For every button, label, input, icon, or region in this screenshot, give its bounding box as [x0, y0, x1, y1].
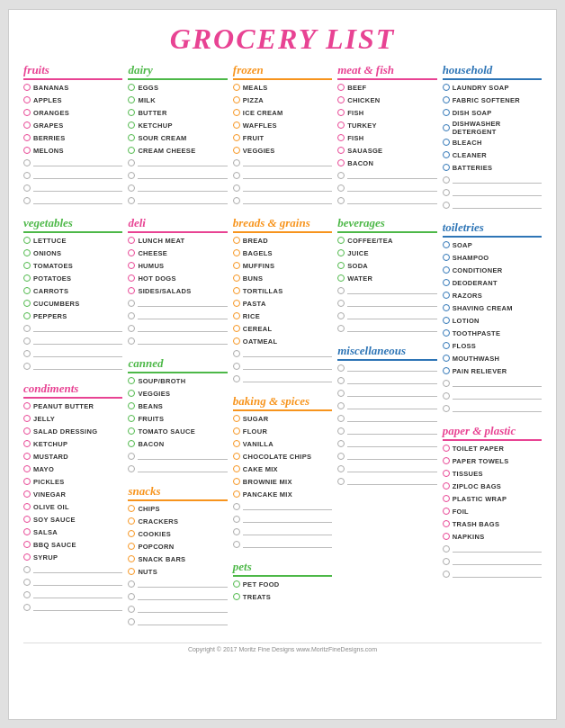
blank-row — [233, 348, 332, 360]
bullet-icon — [128, 377, 135, 384]
col-3: frozen MEALS PIZZA ICE CREAM WAFFLES FRU… — [233, 63, 332, 637]
list-item: SALAD DRESSING — [23, 426, 122, 437]
bullet-icon — [233, 337, 240, 345]
blank-bullet — [443, 380, 450, 387]
section-frozen: frozen MEALS PIZZA ICE CREAM WAFFLES FRU… — [233, 63, 332, 207]
list-item: RICE — [233, 310, 332, 322]
bullet-icon — [23, 312, 31, 319]
blank-bullet — [128, 593, 135, 600]
blank-bullet — [128, 606, 135, 613]
list-item: BAGELS — [233, 247, 332, 259]
blank-row — [443, 403, 542, 415]
list-item: PET FOOD — [233, 579, 332, 590]
blank-row — [443, 391, 542, 402]
list-item: CHIPS — [128, 503, 227, 515]
bullet-icon — [233, 274, 240, 282]
blank-bullet — [337, 364, 345, 372]
bullet-icon — [128, 530, 135, 537]
section-title-snacks: snacks — [128, 484, 227, 501]
list-item: BUTTER — [128, 107, 227, 119]
bullet-icon — [128, 96, 135, 103]
bullet-icon — [23, 490, 31, 498]
blank-row — [337, 476, 436, 488]
bullet-icon — [337, 147, 345, 154]
bullet-icon — [443, 508, 450, 515]
list-item: ZIPLOC BAGS — [443, 481, 542, 492]
blank-row — [23, 577, 122, 589]
blank-bullet — [443, 558, 450, 565]
blank-bullet — [233, 350, 240, 357]
bullet-icon — [23, 262, 31, 269]
list-item: KETCHUP — [23, 438, 122, 450]
list-item: SODA — [337, 260, 436, 272]
list-item: CAKE MIX — [233, 463, 332, 475]
section-meat: meat & fish BEEF CHICKEN FISH TURKEY FIS… — [337, 63, 436, 207]
list-item: CARROTS — [23, 285, 122, 297]
bullet-icon — [23, 96, 31, 103]
bullet-icon — [23, 553, 31, 561]
bullet-icon — [128, 237, 135, 244]
blank-bullet — [23, 325, 31, 332]
blank-row — [443, 378, 542, 390]
blank-row — [233, 526, 332, 538]
bullet-icon — [128, 440, 135, 447]
bullet-icon — [128, 147, 135, 154]
blank-row — [128, 451, 227, 463]
bullet-icon — [23, 147, 31, 154]
blank-bullet — [443, 571, 450, 578]
blank-row — [128, 604, 227, 616]
bullet-icon — [233, 300, 240, 307]
bullet-icon — [233, 593, 240, 600]
blank-bullet — [337, 402, 345, 409]
list-item: DEODERANT — [443, 277, 542, 289]
blank-row — [337, 285, 436, 297]
bullet-icon — [23, 134, 31, 141]
list-item: FISH — [337, 132, 436, 144]
list-item: ONIONS — [23, 247, 122, 259]
blank-bullet — [337, 172, 345, 179]
blank-bullet — [233, 503, 240, 510]
blank-row — [337, 195, 436, 207]
list-item: BACON — [128, 438, 227, 450]
blank-bullet — [337, 415, 345, 422]
blank-bullet — [23, 184, 31, 192]
bullet-icon — [23, 478, 31, 485]
bullet-icon — [233, 427, 240, 435]
blank-bullet — [233, 375, 240, 382]
list-item: NUTS — [128, 566, 227, 578]
bullet-icon — [233, 478, 240, 485]
list-item: LETTUCE — [23, 235, 122, 247]
bullet-icon — [443, 317, 450, 324]
list-item: SHAVING CREAM — [443, 302, 542, 314]
col-2: dairy EGGS MILK BUTTER KETCHUP SOUR CREA… — [128, 63, 227, 637]
bullet-icon — [443, 241, 450, 248]
blank-row — [128, 157, 227, 169]
blank-row — [128, 195, 227, 207]
blank-bullet — [23, 566, 31, 573]
list-item: CHICKEN — [337, 94, 436, 106]
list-item: BEANS — [128, 400, 227, 412]
blank-bullet — [337, 440, 345, 447]
bullet-icon — [443, 533, 450, 540]
blank-row — [23, 183, 122, 194]
blank-row — [128, 579, 227, 590]
list-item: WATER — [337, 273, 436, 284]
section-deli: deli LUNCH MEAT CHEESE HUMUS HOT DOGS SI… — [128, 216, 227, 347]
list-item: TREATS — [233, 591, 332, 603]
col-1: fruits BANANAS APPLES ORANGES GRAPES BER… — [23, 63, 122, 637]
blank-bullet — [233, 516, 240, 523]
blank-bullet — [128, 300, 135, 307]
list-item: POPCORN — [128, 541, 227, 553]
blank-row — [23, 602, 122, 614]
bullet-icon — [23, 503, 31, 510]
blank-row — [128, 183, 227, 194]
bullet-icon — [233, 440, 240, 447]
list-item: BERRIES — [23, 132, 122, 144]
bullet-icon — [23, 516, 31, 523]
list-item: FLOUR — [233, 426, 332, 437]
section-misc: miscellaneous — [337, 344, 436, 488]
list-item: JELLY — [23, 413, 122, 425]
bullet-icon — [337, 274, 345, 282]
list-item: FABRIC SOFTENER — [443, 94, 542, 106]
blank-row — [337, 400, 436, 412]
